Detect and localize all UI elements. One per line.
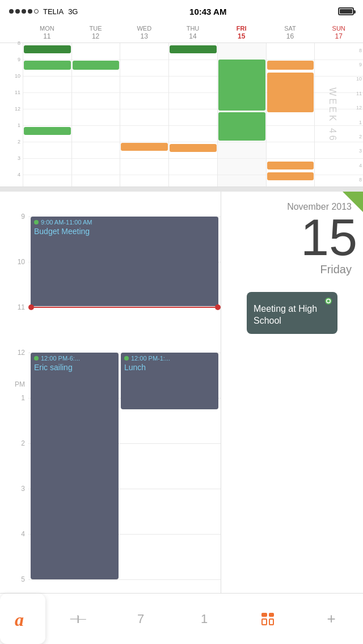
week-col-sat[interactable]: [266, 43, 315, 187]
status-bar: TELIA 3G 10:43 AM: [0, 0, 363, 23]
signal-dot-4: [28, 9, 32, 14]
week-event-sat-1[interactable]: [267, 61, 314, 70]
corner-triangle: [343, 192, 363, 212]
time-label-pm: PM: [15, 380, 25, 388]
week-col-tue[interactable]: [71, 43, 120, 187]
time-line-dot: [28, 304, 34, 310]
grid-icon: [261, 613, 274, 625]
network-type: 3G: [68, 7, 78, 16]
event-dot-eric: [34, 356, 39, 361]
week-col-mon[interactable]: [23, 43, 71, 187]
toolbar-collapse[interactable]: ⊣⊢: [45, 594, 109, 644]
mini-event-title: Meeting at High School: [254, 303, 331, 327]
signal-dot-3: [22, 9, 26, 14]
status-time: 10:43 AM: [189, 7, 226, 16]
week-view-icon: 7: [137, 612, 144, 626]
battery-fill: [340, 9, 352, 14]
week-col-thu[interactable]: [168, 43, 217, 187]
add-icon: +: [327, 610, 335, 628]
event-dot-lunch: [124, 356, 129, 361]
signal-dot-2: [15, 9, 20, 14]
toolbar-add[interactable]: +: [299, 594, 363, 644]
time-label-5: 5: [21, 575, 25, 583]
status-right: [338, 7, 354, 15]
week-label: WEEK 46: [327, 87, 337, 142]
svg-text:a: a: [15, 609, 24, 629]
event-budget-time: 9:00 AM-11:00 AM: [34, 219, 215, 226]
carrier-name: TELIA: [43, 7, 64, 16]
time-label-10: 10: [18, 258, 25, 266]
day-view-icon: 1: [201, 612, 208, 626]
week-event-thu-1[interactable]: [170, 45, 217, 53]
week-col-wed[interactable]: [120, 43, 168, 187]
event-budget-title: Budget Meeting: [34, 227, 215, 236]
week-col-sun[interactable]: [314, 43, 363, 187]
week-day-wed[interactable]: WED 13: [120, 23, 168, 43]
day-right-panel: November 2013 15 Friday Meeting at High …: [221, 192, 363, 644]
week-event-sat-2[interactable]: [267, 73, 314, 112]
day-view: 9 10 11 12 PM 1 2 3 4 5 6: [0, 192, 363, 644]
status-left: TELIA 3G: [9, 7, 78, 16]
week-time-col: 8 9 10 11 12 1 2 3 4: [0, 43, 23, 187]
current-time-line: [28, 307, 221, 308]
signal-dot-5: [34, 9, 39, 14]
time-label-9: 9: [21, 213, 25, 221]
signal-dot-1: [9, 9, 14, 14]
day-left-panel: 9 10 11 12 PM 1 2 3 4 5 6: [0, 192, 221, 644]
week-event-sat-4[interactable]: [267, 172, 314, 180]
time-label-4: 4: [21, 530, 25, 538]
week-event-mon-3[interactable]: [24, 127, 71, 135]
event-lunch[interactable]: 12:00 PM-1:... Lunch: [121, 353, 218, 409]
collapse-icon: ⊣⊢: [69, 612, 85, 626]
bottom-toolbar: a ⊣⊢ 7 1 +: [0, 593, 363, 644]
week-event-thu-2[interactable]: [170, 144, 217, 152]
week-header: MON 11 TUE 12 WED 13 THU 14 FRI 15 SAT 1…: [0, 23, 363, 43]
week-calendar[interactable]: MON 11 TUE 12 WED 13 THU 14 FRI 15 SAT 1…: [0, 23, 363, 187]
event-eric-title: Eric sailing: [34, 363, 115, 372]
time-label-2: 2: [21, 439, 25, 447]
week-event-mon-2[interactable]: [24, 61, 71, 70]
week-event-sat-3[interactable]: [267, 162, 314, 170]
toolbar-logo[interactable]: a: [0, 594, 45, 644]
mini-event-dot: [325, 298, 332, 304]
toolbar-day-view[interactable]: 1: [172, 594, 236, 644]
time-label-1: 1: [21, 394, 25, 402]
toolbar-grid-view[interactable]: [236, 594, 299, 644]
week-event-fri-1[interactable]: [218, 60, 265, 111]
week-body: 8 9 10 11 12 1 2 3 4: [0, 43, 363, 187]
toolbar-week-view[interactable]: 7: [109, 594, 172, 644]
event-budget-meeting[interactable]: 9:00 AM-11:00 AM Budget Meeting: [31, 217, 218, 306]
time-label-3: 3: [21, 485, 25, 493]
event-eric-time: 12:00 PM-6:...: [34, 355, 115, 362]
week-event-fri-2[interactable]: [218, 112, 265, 141]
hour-line-5: [28, 579, 221, 580]
app-logo: a: [10, 607, 35, 632]
day-number: 15: [221, 212, 363, 263]
event-lunch-time: 12:00 PM-1:...: [124, 355, 215, 362]
day-weekday: Friday: [221, 263, 363, 276]
week-event-tue-1[interactable]: [73, 61, 120, 70]
battery-icon: [338, 7, 354, 15]
event-lunch-title: Lunch: [124, 363, 215, 372]
week-day-fri[interactable]: FRI 15: [217, 23, 266, 43]
week-day-mon[interactable]: MON 11: [23, 23, 71, 43]
week-day-tue[interactable]: TUE 12: [71, 23, 120, 43]
day-events-area: 9:00 AM-11:00 AM Budget Meeting 12:00 PM…: [28, 192, 221, 644]
week-event-mon-1[interactable]: [24, 45, 71, 53]
event-eric-sailing[interactable]: 12:00 PM-6:... Eric sailing: [31, 353, 119, 579]
event-dot-budget: [34, 220, 39, 224]
week-event-wed-1[interactable]: [121, 143, 168, 151]
section-divider: [0, 187, 363, 192]
week-day-sat[interactable]: SAT 16: [266, 23, 315, 43]
time-label-11: 11: [18, 303, 25, 311]
time-line-dot-right: [215, 304, 221, 310]
week-day-sun[interactable]: SUN 17: [314, 23, 363, 43]
signal-strength: [9, 9, 39, 14]
mini-event-card[interactable]: Meeting at High School: [247, 292, 337, 334]
time-label-12: 12: [18, 349, 25, 357]
week-day-thu[interactable]: THU 14: [168, 23, 217, 43]
time-line-bar: [34, 307, 215, 308]
week-col-fri[interactable]: [217, 43, 266, 187]
day-time-col: 9 10 11 12 PM 1 2 3 4 5 6: [0, 192, 28, 644]
